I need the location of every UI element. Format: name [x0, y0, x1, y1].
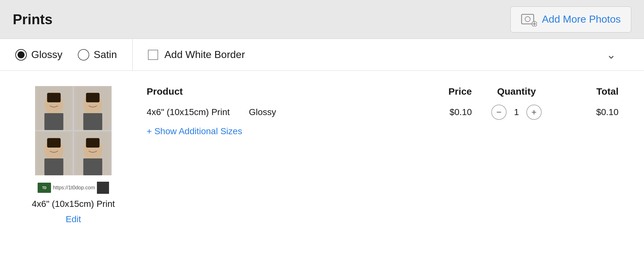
- quantity-value: 1: [512, 107, 521, 117]
- photo-strip: TD https://1t0dop.com: [38, 182, 109, 194]
- quantity-header-label: Quantity: [497, 86, 536, 97]
- options-bar: Glossy Satin Add White Border ⌄: [0, 39, 644, 71]
- photo-cell-4: [74, 131, 112, 175]
- col-header-quantity: Quantity: [472, 86, 561, 97]
- photo-cell-2: [74, 86, 112, 130]
- satin-option[interactable]: Satin: [78, 49, 117, 61]
- glossy-option[interactable]: Glossy: [15, 49, 62, 61]
- svg-rect-21: [44, 158, 63, 175]
- svg-rect-28: [83, 158, 102, 175]
- add-more-photos-label: Add More Photos: [542, 13, 621, 25]
- page-wrapper: Prints Add More Photos Glossy: [0, 0, 644, 255]
- total-value: $0.10: [596, 107, 618, 117]
- svg-rect-25: [47, 138, 61, 148]
- product-finish: Glossy: [249, 107, 276, 117]
- page-title: Prints: [13, 11, 53, 27]
- add-photo-icon: [521, 12, 537, 26]
- photo-preview: TD https://1t0dop.com 4x6" (10x15cm) Pri…: [13, 86, 134, 224]
- add-more-photos-button[interactable]: Add More Photos: [510, 6, 631, 33]
- photo-grid: [35, 86, 112, 175]
- strip-qr-code: [97, 182, 109, 194]
- quantity-increase-button[interactable]: +: [526, 105, 542, 120]
- quantity-decrease-button[interactable]: −: [491, 105, 507, 120]
- svg-rect-11: [47, 93, 61, 102]
- svg-point-1: [525, 17, 530, 22]
- product-name: 4x6" (10x15cm) Print: [147, 107, 230, 117]
- price-header-label: Price: [449, 86, 472, 97]
- main-content: TD https://1t0dop.com 4x6" (10x15cm) Pri…: [0, 71, 644, 255]
- col-header-price: Price: [414, 86, 472, 97]
- svg-rect-14: [83, 113, 102, 130]
- product-row: TD https://1t0dop.com 4x6" (10x15cm) Pri…: [13, 86, 631, 224]
- svg-rect-18: [86, 93, 99, 102]
- glossy-radio[interactable]: [15, 49, 27, 61]
- strip-url-text: https://1t0dop.com: [53, 185, 95, 191]
- show-additional-sizes-link[interactable]: + Show Additional Sizes: [147, 126, 618, 136]
- border-option: Add White Border ⌄: [133, 48, 644, 62]
- total-col: $0.10: [561, 107, 618, 117]
- photo-cell-3: [35, 131, 73, 175]
- product-name-col: 4x6" (10x15cm) Print Glossy: [147, 107, 414, 117]
- product-header-label: Product: [147, 86, 183, 97]
- col-header-product: Product: [147, 86, 414, 97]
- edit-link[interactable]: Edit: [66, 214, 81, 224]
- product-details: Product Price Quantity Total 4x6" (1: [134, 86, 631, 136]
- strip-logo: TD: [38, 183, 51, 193]
- finish-options: Glossy Satin: [0, 39, 133, 70]
- glossy-label: Glossy: [31, 49, 62, 61]
- total-header-label: Total: [596, 86, 618, 97]
- header: Prints Add More Photos: [0, 0, 644, 39]
- photo-cell-1: [35, 86, 73, 130]
- white-border-checkbox[interactable]: [148, 50, 158, 60]
- photo-caption: 4x6" (10x15cm) Print: [32, 199, 115, 209]
- svg-rect-7: [44, 113, 63, 130]
- product-table-header: Product Price Quantity Total: [147, 86, 618, 97]
- product-data-row: 4x6" (10x15cm) Print Glossy $0.10 − 1 + …: [147, 105, 618, 120]
- satin-radio[interactable]: [78, 49, 89, 61]
- quantity-col: − 1 +: [472, 105, 561, 120]
- svg-rect-32: [86, 138, 99, 148]
- chevron-down-icon[interactable]: ⌄: [606, 48, 616, 62]
- price-value: $0.10: [450, 107, 472, 117]
- col-header-total: Total: [561, 86, 618, 97]
- satin-label: Satin: [94, 49, 117, 61]
- price-col: $0.10: [414, 107, 472, 117]
- white-border-label: Add White Border: [165, 49, 245, 61]
